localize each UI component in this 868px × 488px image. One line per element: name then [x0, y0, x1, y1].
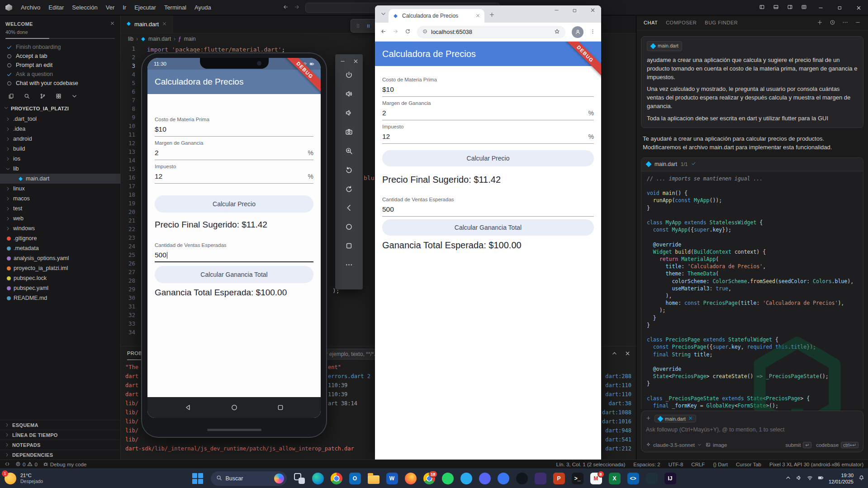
copy-icon[interactable]: [8, 93, 14, 99]
chat-minimize-button[interactable]: [855, 19, 861, 26]
nav-overview-icon[interactable]: [277, 404, 284, 411]
tree-file-.gitignore[interactable]: .gitignore: [0, 233, 120, 243]
stack-link[interactable]: dart:948: [605, 426, 631, 435]
weather-widget[interactable]: 1 21°C Despejado: [5, 473, 43, 484]
problems-counter[interactable]: 0 0: [15, 461, 38, 468]
stack-link[interactable]: dart:541: [605, 435, 631, 444]
emulator-more-button[interactable]: [345, 261, 353, 270]
browser-maximize-button[interactable]: [572, 8, 577, 14]
tree-file-proyecto_ia_platzi.iml[interactable]: proyecto_ia_platzi.iml: [0, 263, 120, 273]
tree-folder-.idea[interactable]: .idea: [0, 124, 120, 134]
tab-close-button[interactable]: [162, 21, 167, 28]
model-selector[interactable]: claude-3.5-sonnet: [646, 442, 702, 448]
browser-menu-button[interactable]: [590, 28, 596, 36]
emulator-camera-button[interactable]: [345, 128, 353, 137]
emulator-power-button[interactable]: [345, 71, 353, 80]
chat-input-box[interactable]: main.dart Ask followup (Ctrl+Mayús+Y), @…: [641, 411, 863, 452]
taskbar-chrome-profile[interactable]: 18: [421, 470, 437, 487]
emulator-home-button[interactable]: [345, 223, 353, 232]
field-value[interactable]: 12%: [155, 169, 313, 184]
chevron-down-icon[interactable]: [71, 93, 77, 99]
calcular-precio-button[interactable]: Calcular Precio: [155, 195, 313, 213]
grip-icon[interactable]: [355, 23, 361, 29]
tree-file-pubspec.lock[interactable]: pubspec.lock: [0, 273, 120, 283]
menu-ver[interactable]: Ver: [102, 2, 119, 13]
section-esquema[interactable]: ESQUEMA: [0, 420, 120, 430]
taskbar-telegram[interactable]: [458, 470, 474, 487]
calcular-ganancia-button[interactable]: Calcular Ganancia Total: [155, 266, 313, 283]
field-value[interactable]: 2%: [382, 106, 594, 120]
taskbar-chrome[interactable]: [328, 470, 345, 487]
stack-link[interactable]: dart:110: [605, 381, 631, 390]
stack-link[interactable]: dart:38: [608, 399, 631, 408]
status-item[interactable]: {} Dart: [713, 462, 728, 467]
status-item[interactable]: Lín. 3, Col. 1 (2 seleccionada): [556, 462, 626, 467]
search-icon[interactable]: [24, 93, 30, 99]
field-value[interactable]: 12%: [382, 129, 594, 144]
history-back-button[interactable]: [283, 4, 289, 11]
emulator-rotate-left-button[interactable]: [345, 166, 353, 175]
emulator-volume-down-button[interactable]: [345, 109, 353, 118]
emulator-zoom-in-button[interactable]: [345, 147, 353, 156]
clock[interactable]: 19:30 12/01/2025: [829, 472, 854, 485]
status-item[interactable]: UTF-8: [669, 462, 683, 467]
status-item[interactable]: Pixel 3 XL API 30 (android-x86 emulator): [769, 462, 863, 467]
taskbar-edge[interactable]: [310, 470, 326, 487]
emulator-minimize-button[interactable]: [340, 58, 346, 66]
welcome-step[interactable]: Finish onboarding: [0, 43, 120, 52]
code-block-filename[interactable]: main.dart: [655, 161, 677, 167]
menu-editar[interactable]: Editar: [44, 2, 68, 13]
submit-button[interactable]: submit ↵: [786, 442, 812, 448]
taskbar-task-view[interactable]: [291, 470, 308, 487]
emulator-back-button[interactable]: [345, 204, 353, 213]
taskbar-powerpoint[interactable]: P: [551, 470, 567, 487]
menu-selección[interactable]: Selección: [68, 2, 101, 13]
chat-tab-chat[interactable]: CHAT: [644, 20, 658, 25]
taskbar-firefox[interactable]: [403, 470, 419, 487]
tree-folder-macos[interactable]: macos: [0, 194, 120, 204]
toggle-secondary-sidebar-button[interactable]: [787, 4, 793, 11]
stack-link[interactable]: dart:1088: [602, 408, 631, 417]
section-dependencies[interactable]: DEPENDENCIES: [0, 450, 120, 460]
status-item[interactable]: CRLF: [691, 462, 705, 467]
tree-folder-test[interactable]: test: [0, 204, 120, 213]
calcular-ganancia-button[interactable]: Calcular Ganancia Total: [382, 219, 594, 236]
add-context-button[interactable]: [646, 415, 651, 422]
history-forward-button[interactable]: [294, 4, 300, 11]
field-value[interactable]: $10: [382, 82, 594, 97]
window-close-button[interactable]: [849, 0, 868, 15]
browser-minimize-button[interactable]: [554, 7, 560, 14]
emulator-volume-up-button[interactable]: [345, 90, 353, 99]
taskbar-discord[interactable]: [477, 470, 493, 487]
context-chip[interactable]: main.dart: [647, 41, 682, 51]
tree-folder-lib[interactable]: lib: [0, 164, 120, 174]
taskbar-obs[interactable]: [514, 470, 530, 487]
window-maximize-button[interactable]: [830, 0, 849, 15]
profile-avatar[interactable]: [572, 26, 583, 38]
tree-folder-web[interactable]: web: [0, 213, 120, 223]
browser-forward-button[interactable]: [393, 28, 398, 36]
editor-tab-main-dart[interactable]: main.dart: [121, 15, 173, 33]
chip-close-button[interactable]: [688, 416, 693, 422]
panel-expand-button[interactable]: [612, 351, 617, 358]
new-chat-button[interactable]: [817, 19, 823, 26]
taskbar-search[interactable]: Buscar: [211, 471, 287, 486]
address-bar[interactable]: localhost:65038: [417, 26, 565, 38]
battery-icon[interactable]: [818, 475, 824, 482]
volume-icon[interactable]: [796, 475, 802, 482]
welcome-step[interactable]: Accept a tab: [0, 52, 120, 61]
status-item[interactable]: Espacios: 2: [633, 462, 660, 467]
taskbar-mail[interactable]: M8: [588, 470, 604, 487]
notifications-button[interactable]: [859, 475, 864, 482]
calcular-precio-button[interactable]: Calcular Precio: [382, 150, 594, 166]
menu-ayuda[interactable]: Ayuda: [190, 2, 215, 13]
tree-file-README.md[interactable]: README.md: [0, 293, 120, 303]
taskbar-terminal[interactable]: >_: [569, 470, 586, 487]
taskbar-word[interactable]: W: [384, 470, 400, 487]
remote-window-button[interactable]: [5, 461, 10, 468]
git-branch-icon[interactable]: [40, 93, 46, 99]
section-notepads[interactable]: NOTEPADS: [0, 440, 120, 450]
welcome-step[interactable]: Ask a question: [0, 70, 120, 79]
bookmark-star-button[interactable]: [554, 28, 560, 36]
browser-back-button[interactable]: [380, 28, 386, 36]
